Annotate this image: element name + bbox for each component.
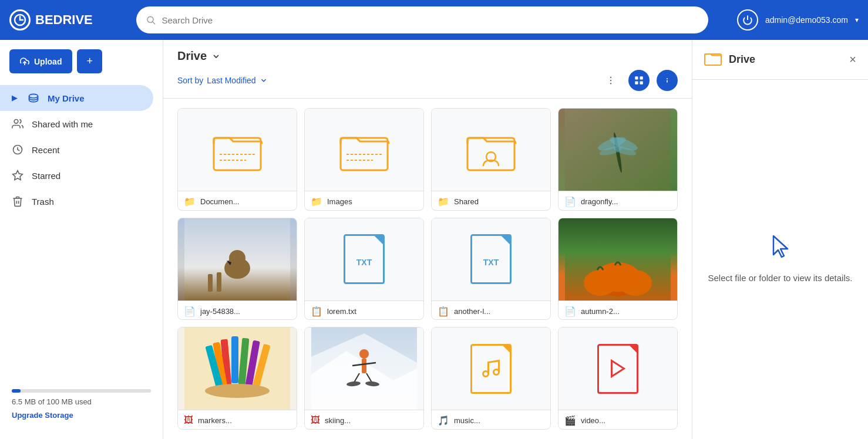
files-grid: 📁 Documen... 📁 Images (163, 99, 692, 439)
file-info: 📁 Images (305, 191, 423, 211)
upload-button[interactable]: Upload (9, 49, 72, 73)
file-info: 🎬 video... (559, 410, 677, 430)
search-input[interactable] (162, 15, 699, 25)
upgrade-storage-link[interactable]: Upgrade Storage (12, 411, 73, 420)
drive-title[interactable]: Drive (177, 49, 678, 63)
file-preview: TXT (432, 218, 550, 300)
file-name: Shared (454, 197, 479, 206)
logo-icon (9, 9, 31, 31)
sidebar-label-recent: Recent (32, 145, 60, 155)
sort-selector[interactable]: Sort by Last Modified (177, 76, 268, 85)
right-panel-header: Drive × (692, 40, 868, 80)
folder-type-icon: 📁 (438, 196, 449, 207)
svg-marker-8 (13, 171, 23, 180)
file-name: jay-54838... (200, 307, 240, 316)
file-name: lorem.txt (327, 307, 356, 316)
file-info: 📄 jay-54838... (178, 300, 297, 320)
svg-point-1 (147, 16, 153, 22)
pdf-type-icon: 📄 (184, 306, 196, 317)
new-button[interactable]: + (77, 49, 102, 73)
sidebar-buttons: Upload + (0, 49, 163, 85)
list-item[interactable]: 🖼 skiing... (304, 327, 424, 430)
folder-preview-icon (211, 126, 264, 173)
sidebar-label-starred: Starred (32, 171, 60, 181)
play-icon (607, 358, 628, 379)
file-preview: TXT (305, 218, 423, 300)
sort-dropdown-icon (260, 76, 268, 85)
more-options-button[interactable] (600, 70, 621, 91)
video-type-icon: 🎬 (564, 415, 576, 426)
app-name: BEDRIVE (35, 12, 93, 28)
list-item[interactable]: 📄 autumn-2... (558, 218, 678, 320)
list-item[interactable]: TXT 📋 another-l... (431, 218, 551, 320)
svg-rect-13 (640, 76, 643, 79)
upload-icon (20, 57, 29, 66)
svg-point-5 (29, 94, 38, 98)
sidebar-item-shared-with-me[interactable]: Shared with me (0, 111, 153, 137)
list-item[interactable]: 🎬 video... (558, 327, 678, 430)
file-name: Images (327, 197, 352, 206)
txt-file-icon: TXT (344, 234, 385, 284)
sidebar-item-my-drive[interactable]: ▶ My Drive (0, 85, 153, 111)
panel-close-button[interactable]: × (849, 53, 856, 66)
panel-folder-icon (704, 49, 722, 70)
sidebar-item-trash[interactable]: Trash (0, 188, 153, 214)
file-preview (559, 109, 677, 191)
list-item[interactable]: 📄 jay-54838... (177, 218, 297, 320)
info-icon (662, 75, 672, 86)
svg-rect-37 (217, 272, 221, 292)
pdf-type-icon: 📄 (564, 306, 576, 317)
folder-preview-icon (338, 126, 391, 173)
sidebar-item-starred[interactable]: Starred (0, 163, 153, 188)
content-area: Drive Sort by Last Modified (163, 40, 692, 439)
music-note-icon (480, 358, 502, 379)
list-item[interactable]: 🎵 music... (431, 327, 551, 430)
svg-rect-14 (635, 82, 638, 85)
list-item[interactable]: 📄 dragonfly... (558, 108, 678, 211)
svg-line-2 (153, 22, 155, 24)
list-item[interactable]: 📁 Documen... (177, 108, 297, 211)
file-preview (305, 327, 423, 410)
list-item[interactable]: TXT 📋 lorem.txt (304, 218, 424, 320)
file-name: skiing... (325, 416, 351, 425)
list-item[interactable]: 🖼 markers... (177, 327, 297, 430)
info-button[interactable] (657, 70, 678, 91)
file-info: 🖼 markers... (178, 410, 297, 430)
content-header: Drive Sort by Last Modified (163, 40, 692, 99)
img-type-icon: 🖼 (184, 415, 193, 426)
header: BEDRIVE admin@demo053.com ▾ (0, 0, 868, 40)
my-drive-icon (28, 92, 39, 104)
drive-title-dropdown-icon (211, 52, 221, 61)
svg-marker-64 (612, 361, 624, 377)
txt-file-icon: TXT (470, 234, 512, 284)
svg-point-42 (596, 262, 640, 292)
cursor-svg (769, 234, 792, 259)
right-panel: Drive × Select file or folder to view it… (692, 40, 868, 439)
sort-by-value: Last Modified (207, 76, 255, 85)
svg-rect-15 (640, 82, 643, 85)
more-options-icon (605, 75, 616, 86)
pdf-type-icon: 📄 (564, 196, 576, 207)
sort-by-label: Sort by (177, 76, 203, 85)
grid-view-button[interactable] (628, 70, 650, 91)
list-item[interactable]: 📁 Shared (431, 108, 551, 211)
recent-icon (12, 144, 23, 156)
list-item[interactable]: 📁 Images (304, 108, 424, 211)
img-type-icon: 🖼 (311, 415, 320, 426)
svg-point-9 (610, 77, 611, 78)
file-name: autumn-2... (581, 307, 620, 316)
svg-point-35 (229, 250, 245, 266)
skiing-preview (305, 327, 423, 410)
txt-type-icon: 📋 (438, 306, 449, 317)
cursor-icon (769, 234, 792, 265)
file-preview (178, 109, 297, 191)
storage-text: 6.5 MB of 100 MB used (12, 397, 151, 406)
sidebar-item-recent[interactable]: Recent (0, 137, 153, 163)
file-info: 🎵 music... (432, 410, 550, 430)
file-info: 📄 autumn-2... (559, 300, 677, 320)
file-info: 📋 another-l... (432, 300, 550, 320)
folder-type-icon: 📁 (184, 196, 196, 207)
sort-actions (600, 70, 678, 91)
user-dropdown-arrow[interactable]: ▾ (855, 16, 859, 24)
power-button[interactable] (737, 9, 758, 31)
